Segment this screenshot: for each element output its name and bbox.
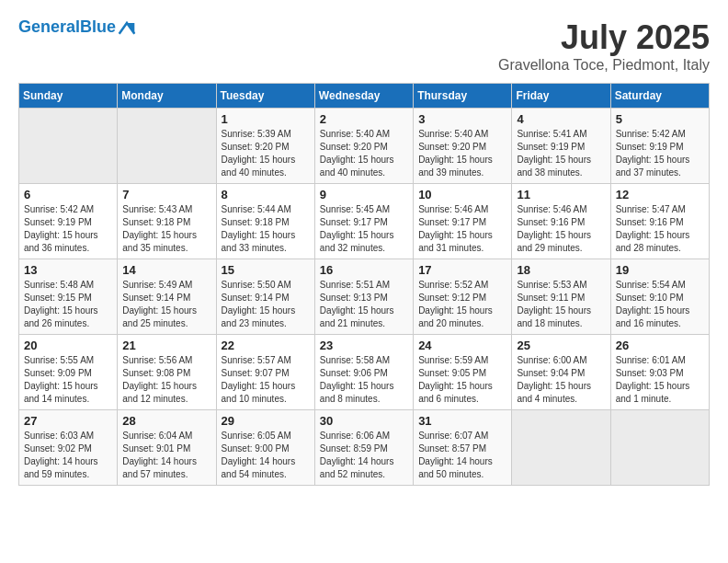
day-detail: Sunrise: 5:58 AMSunset: 9:06 PMDaylight:… [320, 354, 408, 406]
calendar-week-row: 27Sunrise: 6:03 AMSunset: 9:02 PMDayligh… [19, 410, 710, 486]
day-number: 2 [320, 112, 408, 126]
day-detail: Sunrise: 6:04 AMSunset: 9:01 PMDaylight:… [122, 430, 210, 481]
calendar-cell: 22Sunrise: 5:57 AMSunset: 9:07 PMDayligh… [216, 335, 314, 410]
header: GeneralBlue July 2025 Gravellona Toce, P… [18, 18, 710, 74]
calendar-cell: 25Sunrise: 6:00 AMSunset: 9:04 PMDayligh… [512, 335, 610, 410]
day-number: 18 [517, 263, 605, 277]
calendar-cell: 7Sunrise: 5:43 AMSunset: 9:18 PMDaylight… [118, 184, 216, 259]
calendar-cell: 24Sunrise: 5:59 AMSunset: 9:05 PMDayligh… [414, 335, 512, 410]
day-detail: Sunrise: 5:43 AMSunset: 9:18 PMDaylight:… [122, 203, 210, 255]
header-cell-friday: Friday [512, 84, 610, 109]
day-number: 20 [24, 339, 112, 352]
location: Gravellona Toce, Piedmont, Italy [498, 57, 710, 74]
day-number: 19 [616, 263, 704, 277]
calendar-week-row: 13Sunrise: 5:48 AMSunset: 9:15 PMDayligh… [19, 259, 710, 335]
day-detail: Sunrise: 5:42 AMSunset: 9:19 PMDaylight:… [24, 203, 112, 255]
calendar-body: 1Sunrise: 5:39 AMSunset: 9:20 PMDaylight… [19, 109, 710, 486]
day-detail: Sunrise: 5:39 AMSunset: 9:20 PMDaylight:… [222, 128, 310, 179]
day-detail: Sunrise: 5:53 AMSunset: 9:11 PMDaylight:… [517, 279, 605, 330]
header-cell-saturday: Saturday [610, 84, 709, 109]
day-number: 14 [122, 263, 210, 277]
header-cell-tuesday: Tuesday [216, 84, 314, 109]
day-detail: Sunrise: 6:07 AMSunset: 8:57 PMDaylight:… [418, 430, 506, 481]
calendar-cell: 18Sunrise: 5:53 AMSunset: 9:11 PMDayligh… [512, 259, 610, 335]
day-number: 21 [122, 339, 210, 352]
calendar-week-row: 20Sunrise: 5:55 AMSunset: 9:09 PMDayligh… [19, 335, 710, 410]
logo-text: GeneralBlue [18, 18, 116, 37]
day-number: 5 [616, 112, 704, 126]
calendar-cell [512, 410, 610, 486]
day-number: 10 [418, 188, 506, 201]
calendar-table: SundayMondayTuesdayWednesdayThursdayFrid… [18, 83, 710, 486]
day-number: 26 [616, 339, 704, 352]
calendar-cell: 27Sunrise: 6:03 AMSunset: 9:02 PMDayligh… [19, 410, 118, 486]
calendar-cell: 21Sunrise: 5:56 AMSunset: 9:08 PMDayligh… [118, 335, 216, 410]
header-cell-thursday: Thursday [414, 84, 512, 109]
day-number: 16 [320, 263, 408, 277]
day-number: 23 [320, 339, 408, 352]
logo-icon [118, 18, 136, 37]
calendar-cell: 8Sunrise: 5:44 AMSunset: 9:18 PMDaylight… [216, 184, 314, 259]
day-detail: Sunrise: 5:55 AMSunset: 9:09 PMDaylight:… [24, 354, 112, 406]
calendar-week-row: 1Sunrise: 5:39 AMSunset: 9:20 PMDaylight… [19, 109, 710, 184]
calendar-week-row: 6Sunrise: 5:42 AMSunset: 9:19 PMDaylight… [19, 184, 710, 259]
day-detail: Sunrise: 5:42 AMSunset: 9:19 PMDaylight:… [616, 128, 704, 179]
day-detail: Sunrise: 5:56 AMSunset: 9:08 PMDaylight:… [122, 354, 210, 406]
day-detail: Sunrise: 5:44 AMSunset: 9:18 PMDaylight:… [222, 203, 310, 255]
day-detail: Sunrise: 6:05 AMSunset: 9:00 PMDaylight:… [222, 430, 310, 481]
day-number: 9 [320, 188, 408, 201]
day-number: 11 [517, 188, 605, 201]
day-number: 24 [418, 339, 506, 352]
day-detail: Sunrise: 5:40 AMSunset: 9:20 PMDaylight:… [320, 128, 408, 179]
month-title: July 2025 [498, 18, 710, 57]
calendar-cell: 16Sunrise: 5:51 AMSunset: 9:13 PMDayligh… [314, 259, 413, 335]
logo: GeneralBlue [18, 18, 136, 37]
calendar-cell: 13Sunrise: 5:48 AMSunset: 9:15 PMDayligh… [19, 259, 118, 335]
day-detail: Sunrise: 5:48 AMSunset: 9:15 PMDaylight:… [24, 279, 112, 330]
day-number: 28 [122, 414, 210, 428]
calendar-cell [610, 410, 709, 486]
day-detail: Sunrise: 5:50 AMSunset: 9:14 PMDaylight:… [222, 279, 310, 330]
day-number: 8 [222, 188, 310, 201]
day-detail: Sunrise: 6:01 AMSunset: 9:03 PMDaylight:… [616, 354, 704, 406]
calendar-cell: 3Sunrise: 5:40 AMSunset: 9:20 PMDaylight… [414, 109, 512, 184]
calendar-header-row: SundayMondayTuesdayWednesdayThursdayFrid… [19, 84, 710, 109]
day-number: 31 [418, 414, 506, 428]
day-detail: Sunrise: 5:52 AMSunset: 9:12 PMDaylight:… [418, 279, 506, 330]
calendar-cell: 23Sunrise: 5:58 AMSunset: 9:06 PMDayligh… [314, 335, 413, 410]
day-number: 15 [222, 263, 310, 277]
day-detail: Sunrise: 5:51 AMSunset: 9:13 PMDaylight:… [320, 279, 408, 330]
day-detail: Sunrise: 5:45 AMSunset: 9:17 PMDaylight:… [320, 203, 408, 255]
day-detail: Sunrise: 5:57 AMSunset: 9:07 PMDaylight:… [222, 354, 310, 406]
header-cell-monday: Monday [118, 84, 216, 109]
calendar-cell: 10Sunrise: 5:46 AMSunset: 9:17 PMDayligh… [414, 184, 512, 259]
calendar-cell: 31Sunrise: 6:07 AMSunset: 8:57 PMDayligh… [414, 410, 512, 486]
day-number: 17 [418, 263, 506, 277]
calendar-cell: 12Sunrise: 5:47 AMSunset: 9:16 PMDayligh… [610, 184, 709, 259]
calendar-cell: 28Sunrise: 6:04 AMSunset: 9:01 PMDayligh… [118, 410, 216, 486]
calendar-cell [19, 109, 118, 184]
day-detail: Sunrise: 5:47 AMSunset: 9:16 PMDaylight:… [616, 203, 704, 255]
calendar-cell [118, 109, 216, 184]
day-number: 12 [616, 188, 704, 201]
day-number: 4 [517, 112, 605, 126]
calendar-cell: 26Sunrise: 6:01 AMSunset: 9:03 PMDayligh… [610, 335, 709, 410]
calendar-cell: 11Sunrise: 5:46 AMSunset: 9:16 PMDayligh… [512, 184, 610, 259]
calendar-cell: 4Sunrise: 5:41 AMSunset: 9:19 PMDaylight… [512, 109, 610, 184]
day-detail: Sunrise: 5:46 AMSunset: 9:17 PMDaylight:… [418, 203, 506, 255]
day-number: 25 [517, 339, 605, 352]
day-number: 3 [418, 112, 506, 126]
calendar-cell: 1Sunrise: 5:39 AMSunset: 9:20 PMDaylight… [216, 109, 314, 184]
calendar-cell: 29Sunrise: 6:05 AMSunset: 9:00 PMDayligh… [216, 410, 314, 486]
day-number: 13 [24, 263, 112, 277]
calendar-cell: 17Sunrise: 5:52 AMSunset: 9:12 PMDayligh… [414, 259, 512, 335]
day-detail: Sunrise: 5:59 AMSunset: 9:05 PMDaylight:… [418, 354, 506, 406]
calendar-cell: 20Sunrise: 5:55 AMSunset: 9:09 PMDayligh… [19, 335, 118, 410]
header-cell-wednesday: Wednesday [314, 84, 413, 109]
day-number: 7 [122, 188, 210, 201]
calendar-cell: 9Sunrise: 5:45 AMSunset: 9:17 PMDaylight… [314, 184, 413, 259]
day-detail: Sunrise: 5:54 AMSunset: 9:10 PMDaylight:… [616, 279, 704, 330]
day-number: 30 [320, 414, 408, 428]
calendar-cell: 14Sunrise: 5:49 AMSunset: 9:14 PMDayligh… [118, 259, 216, 335]
day-detail: Sunrise: 5:40 AMSunset: 9:20 PMDaylight:… [418, 128, 506, 179]
